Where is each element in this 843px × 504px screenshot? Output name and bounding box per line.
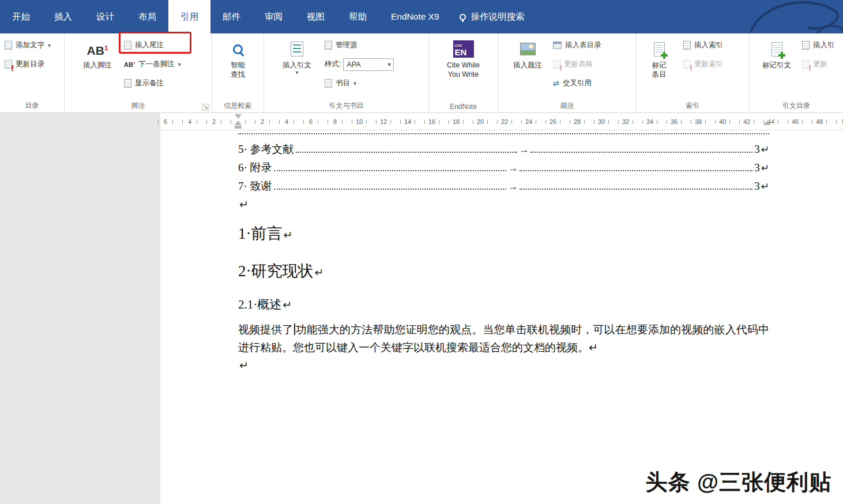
group-footnotes: AB1 插入脚注 插入尾注 AB1 下一条脚注 ▾ 显示备注 脚注 ↘ — [65, 33, 212, 112]
ruler-cell: 36 — [662, 113, 686, 130]
ruler-cell: 10 — [347, 113, 371, 130]
ruler-cell: 8 — [323, 113, 347, 130]
ruler-number: 28 — [574, 118, 581, 125]
ruler-cell: 44 — [759, 113, 783, 130]
ruler-tick — [206, 120, 207, 124]
toc-entry[interactable]: 7· 致谢 → 3 ↵ — [238, 177, 769, 195]
ruler-tick — [463, 120, 464, 124]
ruler-cell: 24 — [517, 113, 541, 130]
ruler-tick — [521, 120, 522, 124]
dialog-launcher-icon[interactable]: ↘ — [202, 104, 209, 111]
paragraph-mark: ↵ — [239, 195, 769, 214]
ruler-cell: 26 — [541, 113, 565, 130]
paragraph-mark: ↵ — [761, 178, 769, 196]
left-indent-marker[interactable] — [235, 126, 242, 129]
toc-entry-page: 3 — [754, 177, 760, 195]
ruler-tick — [584, 120, 585, 124]
ruler-number: 30 — [598, 118, 605, 125]
chevron-down-icon: ▾ — [178, 62, 181, 67]
next-footnote-button[interactable]: AB1 下一条脚注 ▾ — [121, 55, 184, 74]
tab-layout[interactable]: 布局 — [126, 0, 168, 33]
group-captions: 插入题注 插入表目录 更新表格 ⇄ 交叉引用 题注 — [498, 33, 637, 112]
tab-design[interactable]: 设计 — [84, 0, 126, 33]
manage-sources-button[interactable]: 管理源 — [322, 36, 397, 55]
ruler-cell: 30 — [589, 113, 614, 130]
tab-references[interactable]: 引用 — [168, 0, 210, 33]
ruler-number: 4 — [285, 118, 288, 125]
ruler-number: 18 — [453, 118, 460, 125]
add-text-button[interactable]: 添加文字 ▾ — [2, 36, 54, 55]
style-value: APA — [347, 61, 360, 69]
group-label-index: 索引 — [637, 101, 749, 111]
tab-endnote-x9[interactable]: EndNote X9 — [379, 0, 451, 33]
document-area[interactable]: 5· 参考文献 → 3 ↵ 6· 附录 → 3 ↵ 7· 致谢 → 3 ↵ — [0, 130, 843, 504]
cross-reference-button[interactable]: ⇄ 交叉引用 — [550, 74, 604, 93]
ruler-number: 48 — [816, 118, 823, 125]
group-endnote: use EN Cite While You Write EndNote — [429, 33, 498, 112]
endnote-logo-icon: use EN — [453, 40, 474, 58]
ruler-tick — [836, 120, 837, 124]
cross-reference-icon: ⇄ — [553, 80, 559, 87]
ruler-cell: 32 — [614, 113, 638, 130]
tab-review[interactable]: 审阅 — [253, 0, 295, 33]
style-select[interactable]: APA ▾ — [343, 58, 394, 71]
tell-me-search[interactable]: 操作说明搜索 — [451, 0, 533, 33]
update-table-button[interactable]: 更新表格 — [550, 55, 604, 74]
bibliography-button[interactable]: 书目 ▾ — [322, 74, 397, 93]
show-notes-button[interactable]: 显示备注 — [121, 74, 184, 93]
document-content[interactable]: 5· 参考文献 → 3 ↵ 6· 附录 → 3 ↵ 7· 致谢 → 3 ↵ — [238, 131, 769, 375]
heading-overview: 2.1·概述↵ — [238, 296, 769, 314]
paragraph-mark: ↵ — [315, 266, 324, 279]
insert-endnote-button[interactable]: 插入尾注 — [121, 36, 184, 55]
tab-mailings[interactable]: 邮件 — [210, 0, 253, 33]
body-text[interactable]: 视频提供了功能强大的方法帮助您证明您的观点。当您单击联机视频时，可以在想要添加的… — [238, 321, 769, 375]
update-table-of-authorities-button[interactable]: 更新 — [799, 55, 838, 74]
add-text-icon — [5, 41, 12, 50]
chevron-down-icon: ▾ — [295, 70, 298, 76]
tab-insert[interactable]: 插入 — [42, 0, 84, 33]
insert-table-of-figures-button[interactable]: 插入表目录 — [550, 36, 604, 55]
paragraph: 视频提供了功能强大的方法帮助您证明您的观点。当您单击联机视频时，可以在想要添加的… — [238, 321, 769, 356]
group-label-toc: 目录 — [0, 101, 64, 111]
cwyw-label: Cite While — [447, 61, 480, 70]
manage-sources-label: 管理源 — [336, 40, 357, 50]
update-toc-button[interactable]: 更新目录 — [2, 55, 54, 74]
ruler-cell: 18 — [444, 113, 468, 130]
paragraph-mark: ↵ — [284, 229, 293, 241]
ruler-tick — [608, 120, 609, 124]
ribbon-references: 添加文字 ▾ 更新目录 目录 AB1 插入脚注 插入尾注 AB1 下一条脚注 ▾ — [0, 33, 843, 113]
right-indent-marker[interactable] — [763, 121, 770, 125]
hanging-indent-marker[interactable] — [235, 121, 242, 125]
tab-view[interactable]: 视图 — [295, 0, 337, 33]
insert-index-button[interactable]: 插入索引 — [680, 36, 726, 55]
ruler-number: 34 — [646, 118, 653, 125]
ruler-cell: 6 — [153, 113, 178, 130]
dot-leader — [520, 170, 752, 171]
toc-entry-title: 7· 致谢 — [238, 177, 272, 195]
ruler-tick — [318, 120, 318, 124]
text-cursor — [294, 324, 295, 335]
ruler-number: 26 — [550, 118, 556, 125]
group-label-table-of-authorities: 引文目录 — [750, 101, 843, 111]
toc-entry-page: 3 — [754, 140, 760, 159]
ruler-tick — [269, 120, 270, 124]
cite-while-you-write-button[interactable]: use EN Cite While You Write — [435, 33, 492, 112]
first-line-indent-marker[interactable] — [235, 114, 242, 119]
ruler-cell: 12 — [371, 113, 396, 130]
tab-help[interactable]: 帮助 — [337, 0, 379, 33]
tab-home[interactable]: 开始 — [0, 0, 42, 33]
horizontal-ruler[interactable]: 6 4 2 2 4 6 8 10 12 14 16 18 20 22 — [0, 113, 843, 130]
toc-entry[interactable]: 5· 参考文献 → 3 ↵ — [238, 140, 769, 159]
ruler-tick — [172, 120, 173, 124]
insert-index-label: 插入索引 — [694, 40, 723, 50]
ruler-tick — [366, 120, 367, 124]
ruler-tick — [255, 120, 255, 124]
ruler-tick — [487, 120, 488, 124]
ruler-tick — [778, 120, 778, 124]
update-index-button[interactable]: 更新索引 — [680, 55, 726, 74]
ribbon-tab-bar: 开始 插入 设计 布局 引用 邮件 审阅 视图 帮助 EndNote X9 操作… — [0, 0, 843, 33]
ruler-tick — [293, 120, 294, 124]
cwyw-label: You Write — [448, 70, 479, 79]
toc-entry[interactable]: 6· 附录 → 3 ↵ — [238, 159, 769, 177]
insert-table-of-authorities-button[interactable]: 插入引 — [799, 36, 838, 55]
